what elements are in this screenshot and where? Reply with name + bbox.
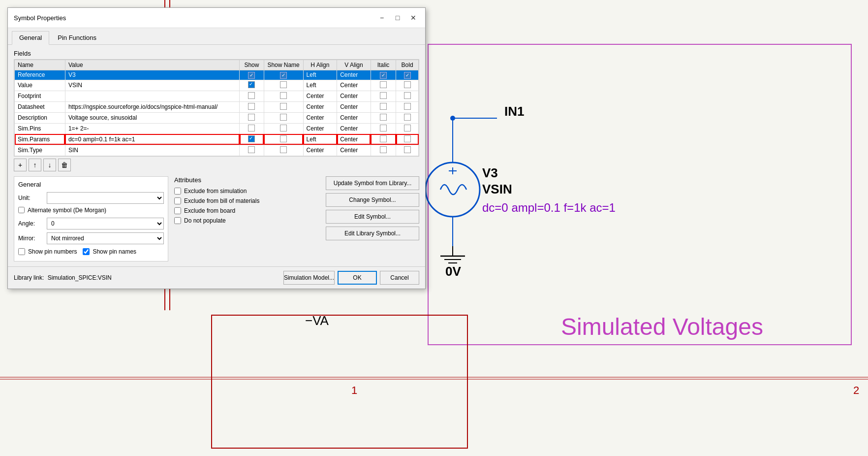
alternate-sym-checkbox[interactable] [18, 207, 25, 213]
close-button[interactable]: ✕ [407, 12, 419, 24]
table-cell[interactable]: Center [303, 123, 337, 134]
show-pin-names-checkbox[interactable] [83, 248, 90, 255]
table-cell[interactable]: Center [303, 101, 337, 112]
attribute-checkbox[interactable] [174, 207, 181, 214]
zero-v-label: 0V [445, 264, 461, 279]
table-row[interactable]: Sim.Pins1=+ 2=-CenterCenter [15, 123, 419, 134]
table-cell[interactable]: Reference [15, 70, 65, 80]
table-toolbar: + ↑ ↓ 🗑 [14, 159, 419, 171]
table-row[interactable]: ValueVSINLeftCenter [15, 80, 419, 91]
table-row[interactable]: Sim.Paramsdc=0 ampl=0.1 f=1k ac=1LeftCen… [15, 134, 419, 145]
tab-pin-functions[interactable]: Pin Functions [50, 31, 104, 44]
show-pin-names-label: Show pin names [93, 248, 136, 255]
dialog-body: Fields Name Value Show Show Name H Align… [8, 45, 425, 266]
table-cell[interactable]: Left [303, 134, 337, 145]
table-cell[interactable]: Center [337, 145, 371, 156]
unit-select-wrapper[interactable] [47, 192, 164, 204]
ok-btn[interactable]: OK [338, 271, 377, 285]
table-cell[interactable]: Center [337, 91, 371, 101]
table-cell[interactable]: VSIN [65, 80, 239, 91]
table-cell[interactable]: Center [337, 70, 371, 80]
mirror-select-wrapper[interactable]: Not mirrored [47, 232, 164, 244]
table-cell[interactable]: SIN [65, 145, 239, 156]
edit-library-symbol-btn[interactable]: Edit Library Symbol... [326, 227, 419, 240]
cancel-btn[interactable]: Cancel [380, 271, 419, 285]
table-cell[interactable]: Voltage source, sinusoidal [65, 112, 239, 123]
svg-rect-1 [212, 315, 467, 448]
angle-select-wrapper[interactable]: 0 [47, 218, 164, 229]
show-pin-numbers-checkbox[interactable] [18, 248, 25, 255]
move-up-btn[interactable]: ↑ [29, 159, 41, 171]
simulation-model-btn[interactable]: Simulation Model... [283, 271, 335, 285]
change-symbol-btn[interactable]: Change Symbol... [326, 193, 419, 207]
angle-select[interactable]: 0 [47, 218, 164, 229]
library-link-value: Simulation_SPICE:VSIN [48, 274, 112, 281]
update-symbol-btn[interactable]: Update Symbol from Library... [326, 176, 419, 190]
attribute-checkbox[interactable] [174, 197, 181, 204]
table-cell[interactable]: 1=+ 2=- [65, 123, 239, 134]
unit-row: Unit: [18, 192, 164, 204]
general-section-header: General [18, 181, 164, 188]
unit-select[interactable] [47, 192, 164, 204]
show-pin-names-row: Show pin names [83, 248, 136, 255]
attribute-item: Exclude from simulation [174, 188, 320, 195]
edit-symbol-btn[interactable]: Edit Symbol... [326, 210, 419, 224]
grid-num-1: 1 [351, 384, 357, 396]
table-cell[interactable]: Center [337, 101, 371, 112]
table-cell[interactable]: Center [303, 91, 337, 101]
fields-table-scroll[interactable]: Name Value Show Show Name H Align V Alig… [14, 59, 419, 157]
table-row[interactable]: Datasheethttps://ngspice.sourceforge.io/… [15, 101, 419, 112]
v3-label: V3 [482, 165, 498, 180]
mirror-select[interactable]: Not mirrored [47, 232, 164, 244]
minimize-button[interactable]: − [376, 12, 388, 24]
table-cell[interactable]: https://ngspice.sourceforge.io/docs/ngsp… [65, 101, 239, 112]
table-row[interactable]: Sim.TypeSINCenterCenter [15, 145, 419, 156]
table-cell[interactable]: Sim.Pins [15, 123, 65, 134]
table-header-row: Name Value Show Show Name H Align V Alig… [15, 60, 419, 70]
table-cell[interactable]: Left [303, 80, 337, 91]
col-header-value: Value [65, 60, 239, 70]
maximize-button[interactable]: □ [392, 12, 403, 24]
table-cell[interactable]: Datasheet [15, 101, 65, 112]
footer-buttons: Simulation Model... OK Cancel [283, 271, 419, 285]
table-cell[interactable]: Sim.Params [15, 134, 65, 145]
attribute-item: Exclude from board [174, 207, 320, 214]
alternate-sym-label: Alternate symbol (De Morgan) [28, 207, 106, 214]
table-cell[interactable]: Sim.Type [15, 145, 65, 156]
table-cell[interactable]: dc=0 ampl=0.1 f=1k ac=1 [65, 134, 239, 145]
table-cell[interactable]: Left [303, 70, 337, 80]
table-row[interactable]: FootprintCenterCenter [15, 91, 419, 101]
table-cell[interactable]: Center [337, 134, 371, 145]
table-cell[interactable]: Description [15, 112, 65, 123]
attribute-checkbox[interactable] [174, 217, 181, 224]
pin-checks: Show pin numbers Show pin names [18, 248, 164, 257]
col-header-show: Show [240, 60, 264, 70]
svg-point-17 [450, 116, 455, 121]
table-cell[interactable] [65, 91, 239, 101]
tab-general[interactable]: General [12, 31, 49, 45]
params-label: dc=0 ampl=0.1 f=1k ac=1 [482, 201, 616, 214]
delete-row-btn[interactable]: 🗑 [58, 159, 71, 171]
attribute-label: Exclude from simulation [184, 188, 247, 195]
table-cell[interactable]: Center [303, 112, 337, 123]
table-cell[interactable]: Center [337, 112, 371, 123]
table-cell[interactable]: Center [303, 145, 337, 156]
table-cell[interactable]: Center [337, 80, 371, 91]
titlebar-controls: − □ ✕ [376, 12, 419, 24]
attributes-list: Exclude from simulationExclude from bill… [174, 188, 320, 224]
table-cell[interactable]: Center [337, 123, 371, 134]
attribute-checkbox[interactable] [174, 188, 181, 195]
table-cell[interactable]: Value [15, 80, 65, 91]
table-row[interactable]: DescriptionVoltage source, sinusoidalCen… [15, 112, 419, 123]
fields-table: Name Value Show Show Name H Align V Alig… [14, 60, 419, 156]
table-row[interactable]: ReferenceV3✓✓LeftCenter✓✓ [15, 70, 419, 80]
angle-label: Angle: [18, 220, 43, 227]
table-cell[interactable]: V3 [65, 70, 239, 80]
general-section: General Unit: Alternate symbol (De Morga… [14, 176, 168, 261]
symbol-properties-dialog: Symbol Properties − □ ✕ General Pin Func… [7, 7, 426, 289]
table-cell[interactable]: Footprint [15, 91, 65, 101]
add-row-btn[interactable]: + [14, 159, 27, 171]
show-pin-numbers-label: Show pin numbers [28, 248, 77, 255]
move-down-btn[interactable]: ↓ [43, 159, 56, 171]
attributes-section-header: Attributes [174, 176, 320, 184]
